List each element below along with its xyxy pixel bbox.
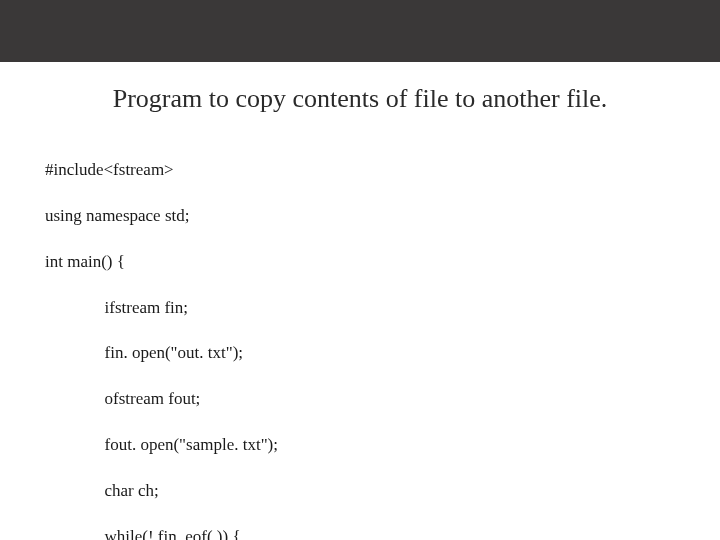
code-line: using namespace std; [45, 205, 720, 228]
code-line: #include<fstream> [45, 159, 720, 182]
code-line: char ch; [45, 480, 720, 503]
code-line: while(! fin. eof( )) { [45, 526, 720, 540]
header-bar [0, 0, 720, 62]
code-line: fin. open("out. txt"); [45, 342, 720, 365]
code-line: ifstream fin; [45, 297, 720, 320]
slide-title: Program to copy contents of file to anot… [0, 84, 720, 114]
code-block: #include<fstream> using namespace std; i… [45, 136, 720, 540]
code-line: int main() { [45, 251, 720, 274]
code-line: fout. open("sample. txt"); [45, 434, 720, 457]
code-line: ofstream fout; [45, 388, 720, 411]
